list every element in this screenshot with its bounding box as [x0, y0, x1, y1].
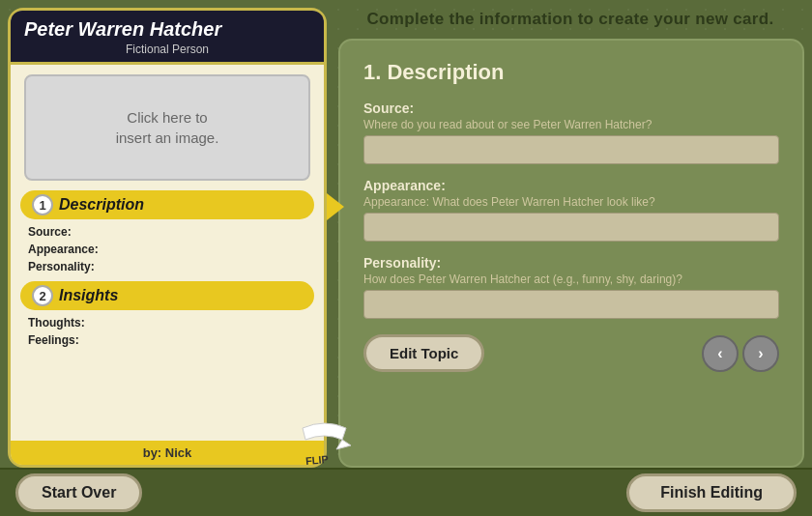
form-group-appearance: Appearance: Appearance: What does Peter …	[363, 178, 779, 242]
card-personality-label: Personality:	[28, 260, 306, 273]
form-appearance-hint: Appearance: What does Peter Warren Hatch…	[363, 195, 779, 209]
section1-number: 1	[32, 194, 53, 215]
connector-arrow	[327, 193, 346, 220]
card-field-appearance: Appearance:	[28, 243, 306, 256]
form-actions: Edit Topic ‹ ›	[363, 334, 779, 372]
section1-title: Description	[59, 196, 144, 214]
form-group-source: Source: Where do you read about or see P…	[363, 100, 779, 164]
source-input[interactable]	[363, 135, 779, 164]
next-arrow-button[interactable]: ›	[742, 335, 779, 372]
start-over-button[interactable]: Start Over	[15, 473, 142, 512]
form-personality-hint: How does Peter Warren Hatcher act (e.g.,…	[363, 272, 779, 286]
card-source-label: Source:	[28, 225, 306, 239]
form-source-label: Source:	[363, 100, 779, 116]
flip-arrow	[298, 418, 351, 466]
appearance-input[interactable]	[363, 213, 779, 242]
card-feelings-label: Feelings:	[28, 333, 306, 347]
form-personality-label: Personality:	[363, 255, 779, 271]
card-panel: Peter Warren Hatcher Fictional Person Cl…	[8, 8, 327, 468]
card-thoughts-label: Thoughts:	[28, 316, 306, 330]
instruction-text: Complete the information to create your …	[367, 10, 774, 29]
form-group-personality: Personality: How does Peter Warren Hatch…	[363, 255, 779, 319]
card-field-thoughts: Thoughts:	[28, 316, 306, 330]
card-header: Peter Warren Hatcher Fictional Person	[11, 11, 324, 65]
nav-arrows: ‹ ›	[702, 335, 779, 372]
bottom-bar: Start Over Finish Editing	[0, 468, 812, 516]
card-image-area[interactable]: Click here toinsert an image.	[24, 74, 310, 181]
card-field-source: Source:	[28, 225, 306, 239]
card-subtitle: Fictional Person	[24, 43, 310, 56]
form-source-hint: Where do you read about or see Peter War…	[363, 118, 779, 131]
section2-title: Insights	[59, 287, 118, 304]
finish-editing-button[interactable]: Finish Editing	[626, 473, 797, 512]
card-appearance-label: Appearance:	[28, 243, 306, 256]
card-section-insights: 2 Insights Thoughts: Feelings:	[20, 281, 314, 347]
image-placeholder-text: Click here toinsert an image.	[116, 107, 219, 148]
card-footer: by: Nick	[11, 441, 324, 465]
section1-header: 1 Description	[20, 190, 314, 219]
card-title: Peter Warren Hatcher	[24, 18, 310, 41]
card-section-description: 1 Description Source: Appearance: Person…	[20, 190, 314, 273]
form-title: 1. Description	[363, 60, 779, 85]
personality-input[interactable]	[363, 290, 779, 319]
prev-arrow-button[interactable]: ‹	[702, 335, 739, 372]
form-panel: 1. Description Source: Where do you read…	[338, 39, 804, 468]
instruction-bar: Complete the information to create your …	[329, 0, 812, 39]
section2-number: 2	[32, 285, 53, 306]
card-field-personality: Personality:	[28, 260, 306, 273]
form-appearance-label: Appearance:	[363, 178, 779, 193]
card-field-feelings: Feelings:	[28, 333, 306, 347]
edit-topic-button[interactable]: Edit Topic	[363, 334, 484, 372]
section2-header: 2 Insights	[20, 281, 314, 310]
